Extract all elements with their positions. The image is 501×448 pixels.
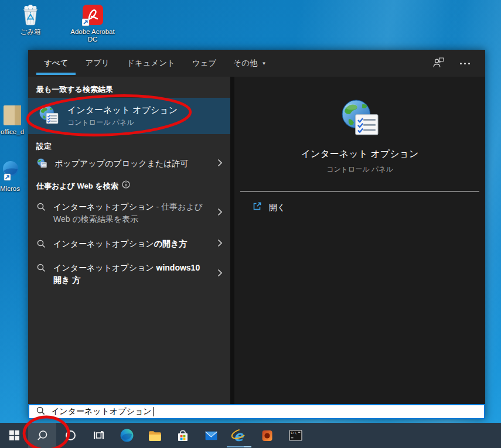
search-input-value: インターネットオプション [51,406,152,417]
desktop-icon-adobe-acrobat[interactable]: Adobe Acrobat DC [68,3,117,43]
web-search-header: 仕事および Web を検索 [28,180,230,191]
office-icon [260,429,274,443]
open-action-label: 開く [269,203,285,213]
tab-web[interactable]: ウェブ [185,50,224,77]
mail-icon [204,429,219,442]
chevron-right-icon [217,159,223,169]
search-input[interactable]: インターネットオプション [28,404,485,419]
preview-title: インターネット オプション [301,148,419,160]
desktop-icon-recycle-bin[interactable]: ごみ箱 [6,3,55,36]
search-icon [36,406,45,418]
preview-subtitle: コントロール パネル [326,165,393,175]
search-suggestion-row[interactable]: インターネットオプション windows10 開き 方 [28,257,230,291]
office-button[interactable] [253,423,281,448]
svg-text:C:\: C:\ [291,431,296,435]
best-match-header: 最も一致する検索結果 [28,77,230,95]
command-prompt-button[interactable]: C:\ [281,423,309,448]
acrobat-icon [68,3,117,26]
internet-options-icon [340,98,379,139]
chevron-right-icon [217,208,223,218]
taskbar-search-button[interactable] [28,423,56,448]
preview-panel: インターネット オプション コントロール パネル 開く [234,77,485,404]
desktop: ごみ箱 Adobe Acrobat DC office_d [0,0,501,448]
internet-options-icon [39,105,59,127]
store-button[interactable] [169,423,197,448]
preview-divider [240,191,479,192]
search-tabbar: すべて アプリ ドキュメント ウェブ その他▼ [28,50,485,77]
running-indicator [227,446,251,448]
feedback-icon[interactable] [432,57,445,70]
start-icon [9,430,19,440]
task-view-icon [93,430,104,440]
panel-divider [230,77,234,404]
more-options-icon[interactable] [458,60,472,67]
cortana-icon [66,430,76,440]
search-suggestion-row[interactable]: インターネットオプションの開き方 [28,233,230,255]
open-external-icon [252,201,262,214]
info-icon[interactable] [122,180,130,191]
chevron-down-icon: ▼ [261,61,266,66]
best-match-subtitle: コントロール パネル [67,118,178,128]
search-suggestion-row[interactable]: インターネットオプション - 仕事および Web の検索結果を表示 [28,196,230,230]
file-explorer-button[interactable] [141,423,169,448]
search-icon [37,264,46,286]
suggestion-text: インターネットオプション - 仕事および Web の検索結果を表示 [53,201,207,225]
task-view-button[interactable] [84,423,113,448]
best-match-title: インターネット オプション [67,104,178,116]
search-icon [37,240,46,251]
chevron-right-icon [217,239,223,249]
open-action[interactable]: 開く [252,201,285,214]
desktop-icon-label: Adobe Acrobat DC [68,28,117,43]
cmd-icon: C:\ [288,429,303,442]
tab-more[interactable]: その他▼ [226,50,274,77]
recycle-bin-icon [6,3,55,26]
cortana-button[interactable] [56,423,84,448]
internet-explorer-button[interactable]: e [225,423,253,448]
results-column: 最も一致する検索結果 [28,77,230,404]
desktop-icon-microsoft-shortcut[interactable]: Micros [0,160,30,193]
tab-documents[interactable]: ドキュメント [119,50,183,77]
taskbar: e C:\ [0,423,501,448]
search-icon [37,203,46,225]
internet-options-icon [37,158,47,170]
store-icon [176,429,190,443]
settings-result-label: ポップアップのブロックまたは許可 [54,159,189,169]
edge-icon [120,428,134,443]
search-icon [36,430,48,442]
chevron-right-icon [217,269,223,279]
start-button[interactable] [0,423,28,448]
microsoft-shortcut-icon [0,160,30,183]
desktop-icon-label: Micros [0,185,30,193]
search-flyout: すべて アプリ ドキュメント ウェブ その他▼ 最も一致する検索結果 [28,50,485,419]
mail-button[interactable] [197,423,225,448]
desktop-icon-label: ごみ箱 [6,28,55,36]
best-match-row[interactable]: インターネット オプション コントロール パネル [28,98,230,134]
text-cursor [153,407,154,416]
edge-button[interactable] [113,423,141,448]
suggestion-text: インターネットオプション windows10 開き 方 [53,262,207,286]
ie-icon: e [230,428,248,444]
explorer-icon [148,429,162,442]
suggestion-text: インターネットオプションの開き方 [53,238,207,251]
settings-header: 設定 [28,141,230,152]
settings-result-row[interactable]: ポップアップのブロックまたは許可 [28,154,230,174]
tab-apps[interactable]: アプリ [77,50,117,77]
tab-all[interactable]: すべて [36,50,76,77]
search-results-area: 最も一致する検索結果 [28,77,485,404]
